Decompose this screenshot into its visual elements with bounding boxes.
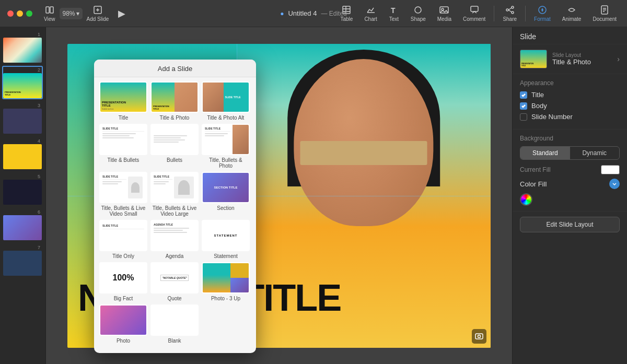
background-toggle: Standard Dynamic [520, 146, 620, 160]
svg-point-11 [415, 7, 421, 13]
svg-point-16 [512, 11, 514, 14]
format-tool[interactable]: Format [529, 3, 556, 24]
add-slide-button[interactable]: Add Slide [83, 3, 113, 24]
document-title: Untitled 4 [288, 9, 317, 17]
svg-point-26 [478, 335, 481, 337]
add-slide-popover: Add a Slide PRESENTATIONTITLESubtitle te… [94, 60, 256, 353]
media-tool[interactable]: Media [432, 3, 457, 24]
layout-title-bullets[interactable]: SLIDE TITLE Title & Bullets [99, 124, 147, 169]
layout-title-only[interactable]: SLIDE TITLE Title Only [99, 220, 147, 259]
svg-rect-0 [46, 7, 49, 13]
titlebar: View 98% ▾ Add Slide ● Untitled 4 — Edit… [0, 0, 627, 27]
layout-big-fact[interactable]: 100% Big Fact [99, 262, 147, 301]
background-section: Background Standard Dynamic Current Fill… [513, 130, 627, 212]
slide-1[interactable]: 1 [2, 30, 43, 64]
window-controls [0, 10, 40, 17]
body-checkbox[interactable] [520, 102, 527, 110]
layout-statement[interactable]: STATEMENT Statement [202, 220, 250, 259]
comment-tool[interactable]: Comment [458, 3, 491, 24]
svg-rect-1 [50, 7, 53, 13]
close-button[interactable] [7, 10, 14, 17]
layout-title-photo[interactable]: PRESENTATIONTITLE Title & Photo [150, 81, 199, 121]
layout-blank[interactable]: Blank [150, 304, 199, 344]
title-checkbox[interactable] [520, 91, 527, 99]
toolbar-right: Table Chart T Text Shape Media Comment S… [335, 3, 627, 24]
appearance-section: Appearance Title Body Slide Number [513, 74, 627, 130]
layout-live-small[interactable]: SLIDE TITLE Title, Bullets & Live Video … [99, 172, 147, 217]
panel-title: Slide [513, 27, 627, 44]
edit-status: — Edited [321, 10, 346, 17]
divider2 [525, 6, 526, 21]
layout-title[interactable]: PRESENTATIONTITLESubtitle text here Titl… [99, 81, 147, 121]
right-panel: Slide PRESENTATIONTITLE Slide Layout Tit… [512, 27, 627, 364]
share-tool[interactable]: Share [497, 3, 522, 24]
svg-point-15 [512, 6, 514, 8]
layout-photo-3up[interactable]: Photo - 3 Up [202, 262, 250, 301]
slide-3[interactable]: 3 [2, 101, 43, 135]
layout-agenda[interactable]: AGENDA TITLE Agenda [150, 220, 199, 259]
layout-info: Slide Layout Title & Photo [552, 52, 612, 66]
layout-title-photo-alt[interactable]: SLIDE TITLE Title & Photo Alt [202, 81, 250, 121]
svg-line-18 [508, 8, 512, 10]
document-tool[interactable]: Document [587, 3, 622, 24]
minimize-button[interactable] [17, 10, 23, 17]
layout-photo[interactable]: Photo [99, 304, 147, 344]
slide-panel: 1 2 PRESENTATIONTITLE 3 4 5 6 7 [0, 27, 46, 364]
layout-title-bullets-photo[interactable]: SLIDE TITLE Title, Bullets & Photo [202, 124, 250, 169]
svg-line-19 [508, 10, 512, 12]
fill-swatch[interactable] [601, 165, 620, 174]
photo-picker-button[interactable] [472, 329, 486, 344]
layout-live-large[interactable]: SLIDE TITLE Title, Bullets & Live Video … [150, 172, 199, 217]
color-wheel[interactable] [520, 193, 532, 206]
svg-point-17 [506, 9, 508, 11]
popover-title: Add a Slide [94, 60, 256, 77]
animate-tool[interactable]: Animate [557, 3, 587, 24]
slide-7[interactable]: 7 [2, 243, 43, 277]
slide-4[interactable]: 4 [2, 137, 43, 170]
slide-number-checkbox[interactable] [520, 113, 527, 121]
slide-6[interactable]: 6 [2, 208, 43, 241]
window-title-area: ● Untitled 4 — Edited [280, 9, 347, 17]
slide-2[interactable]: 2 PRESENTATIONTITLE [2, 66, 43, 99]
view-button[interactable]: View [40, 3, 60, 24]
current-fill-row: Current Fill [520, 165, 620, 174]
svg-rect-25 [475, 334, 483, 339]
zoom-control[interactable]: 98% ▾ [60, 8, 83, 19]
layout-grid: PRESENTATIONTITLESubtitle text here Titl… [94, 77, 256, 348]
body-checkbox-row[interactable]: Body [520, 102, 620, 110]
dynamic-bg-button[interactable]: Dynamic [570, 147, 620, 159]
svg-text:T: T [391, 6, 396, 15]
title-checkbox-row[interactable]: Title [520, 91, 620, 99]
slide-number-checkbox-row[interactable]: Slide Number [520, 113, 620, 121]
layout-thumb-preview: PRESENTATIONTITLE [520, 50, 547, 68]
maximize-button[interactable] [26, 10, 32, 17]
layout-chevron-icon[interactable]: › [617, 55, 620, 63]
layout-quote[interactable]: "NOTABLE QUOTE" Quote [150, 262, 199, 301]
text-tool[interactable]: T Text [384, 3, 404, 24]
slide-layout-row[interactable]: PRESENTATIONTITLE Slide Layout Title & P… [513, 44, 627, 74]
chart-tool[interactable]: Chart [359, 3, 382, 24]
shape-tool[interactable]: Shape [405, 3, 431, 24]
play-button[interactable]: ▶ [113, 6, 131, 21]
svg-rect-14 [471, 6, 478, 11]
color-fill-row: Color Fill [520, 179, 620, 189]
layout-section[interactable]: SECTION TITLE Section [202, 172, 250, 217]
layout-bullets[interactable]: Bullets [150, 124, 199, 169]
edit-slide-layout-button[interactable]: Edit Slide Layout [520, 217, 620, 232]
color-fill-dropdown[interactable] [609, 179, 620, 189]
slide-5[interactable]: 5 [2, 172, 43, 206]
canvas-area: Add a Slide PRESENTATIONTITLESubtitle te… [46, 27, 512, 364]
main-area: 1 2 PRESENTATIONTITLE 3 4 5 6 7 [0, 27, 627, 364]
divider [494, 6, 494, 21]
standard-bg-button[interactable]: Standard [520, 147, 570, 159]
